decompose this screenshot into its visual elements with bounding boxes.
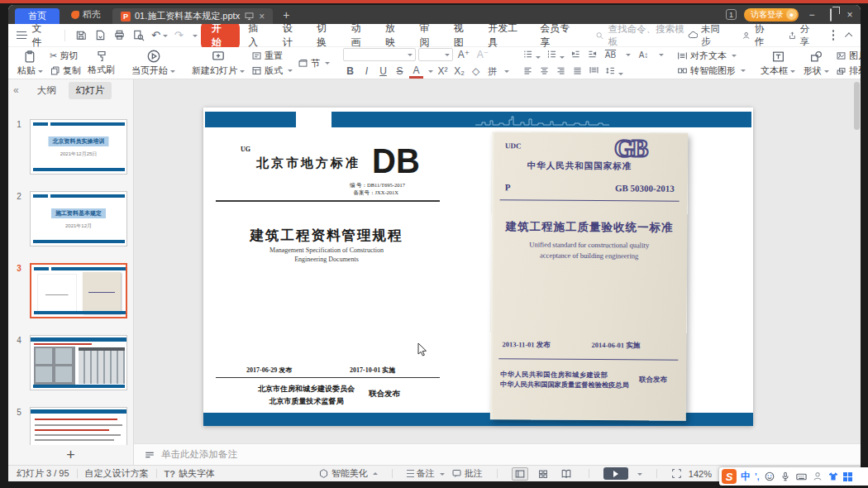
slide-thumbnail-2[interactable]: 施工资料基本规定 2021年12月	[30, 191, 127, 246]
align-center-button[interactable]	[539, 65, 550, 78]
cut-button[interactable]: ✂剪切	[50, 50, 81, 62]
bullet-list-button[interactable]	[522, 49, 541, 61]
slide-thumbnail-4[interactable]	[30, 335, 127, 390]
missing-font-button[interactable]: 缺失字体	[179, 467, 215, 480]
decrease-font-button[interactable]: A⁻	[475, 49, 491, 60]
ime-toolbox-icon[interactable]	[843, 472, 852, 481]
slide-thumbnail-3-selected[interactable]	[30, 263, 127, 318]
canvas-scrollbar[interactable]	[854, 82, 860, 438]
emoji-icon[interactable]	[764, 471, 775, 482]
undo-button[interactable]: ↶	[151, 29, 168, 41]
slide-thumbnail-1[interactable]: 北京资料员实操培训 2021年12月25日	[30, 119, 127, 175]
collab-button[interactable]: 协作	[742, 23, 770, 48]
tab-close-icon[interactable]: ×	[259, 11, 265, 22]
text-sort-button[interactable]: A↕	[637, 50, 651, 60]
align-left-button[interactable]	[522, 65, 533, 78]
arrange-button[interactable]: 排列	[836, 65, 861, 77]
share-button[interactable]: 分享	[787, 23, 815, 48]
slide-3[interactable]: UG 北京市地方标准 DB 编 号：DB11/T695-2017 备案号：JXX…	[203, 108, 753, 426]
font-color-button[interactable]: A	[409, 65, 423, 79]
zoom-fit-button[interactable]	[671, 468, 682, 479]
line-spacing-button[interactable]	[605, 65, 623, 78]
hamburger-icon[interactable]	[17, 31, 26, 39]
print-preview-button[interactable]	[132, 29, 145, 41]
redo-button[interactable]: ↷	[174, 29, 184, 41]
window-count-badge[interactable]: 1	[726, 9, 737, 20]
ime-punctuation-toggle[interactable]: ’,	[755, 472, 760, 481]
bold-button[interactable]: B	[343, 65, 357, 77]
add-slide-button[interactable]: +	[8, 445, 133, 465]
tab-home[interactable]: 首页	[15, 8, 60, 24]
superscript-button[interactable]: X²	[436, 65, 450, 77]
play-from-current-button[interactable]: 当页开始	[127, 47, 179, 79]
picture-button[interactable]: 图片	[836, 50, 861, 62]
align-right-button[interactable]	[556, 65, 566, 78]
align-text-button[interactable]: 对齐文本	[677, 50, 746, 62]
voice-input-icon[interactable]	[780, 471, 791, 482]
numbered-list-button[interactable]	[546, 49, 565, 61]
collapse-ribbon-icon[interactable]	[845, 32, 852, 40]
tab-slides[interactable]: 幻灯片	[69, 82, 112, 99]
virtual-keyboard-icon[interactable]	[795, 471, 808, 483]
export-pdf-button[interactable]	[94, 29, 107, 41]
tab-outline[interactable]: 大纲	[30, 82, 64, 99]
skin-shirt-icon[interactable]	[827, 471, 839, 482]
print-button[interactable]	[113, 29, 126, 41]
new-slide-button[interactable]: 新建幻灯片	[188, 47, 249, 79]
format-painter-button[interactable]: 格式刷	[83, 47, 119, 79]
slide-sorter-view-button[interactable]	[535, 467, 551, 481]
ime-language-toggle[interactable]: 中	[741, 470, 751, 484]
clear-format-button[interactable]: ◇	[469, 65, 483, 77]
increase-font-button[interactable]: A⁺	[455, 49, 472, 60]
tab-docer[interactable]: 稻壳	[60, 8, 112, 21]
layout-button[interactable]: 版式	[251, 65, 293, 77]
text-box-button[interactable]: 文本框	[756, 47, 799, 79]
underline-button[interactable]: U	[376, 65, 390, 77]
login-button[interactable]: 访客登录 ●	[744, 8, 799, 22]
sogou-logo-icon[interactable]: S	[722, 469, 737, 484]
quickbar-more-button[interactable]	[190, 33, 198, 38]
reset-button[interactable]: 重置	[251, 50, 293, 62]
command-search[interactable]: 查找命令、搜索模板	[595, 23, 684, 48]
comment-button[interactable]: 批注	[451, 467, 483, 480]
font-size-select[interactable]	[418, 48, 453, 61]
text-direction-button[interactable]: AB	[603, 50, 618, 60]
more-menu-icon[interactable]	[832, 34, 835, 36]
increase-indent-button[interactable]	[587, 49, 598, 61]
notes-bar[interactable]: 单击此处添加备注	[134, 443, 861, 465]
copy-button[interactable]: 复制	[50, 65, 81, 77]
db-standard-cover[interactable]: UG 北京市地方标准 DB 编 号：DB11/T695-2017 备案号：JXX…	[213, 131, 461, 417]
sync-status[interactable]: 未同步	[688, 23, 725, 48]
zoom-level[interactable]: 142%	[689, 469, 712, 479]
close-button[interactable]: ×	[844, 9, 856, 21]
shapes-button[interactable]: 形状	[799, 47, 833, 79]
ime-account-icon[interactable]	[812, 471, 823, 482]
beautify-button[interactable]: 智能美化	[318, 467, 378, 480]
play-options-icon[interactable]	[637, 473, 642, 478]
present-monitor-icon[interactable]	[244, 11, 255, 22]
minimize-button[interactable]: −	[806, 9, 818, 21]
paste-button[interactable]: 粘贴	[13, 47, 47, 79]
decrease-indent-button[interactable]	[570, 49, 581, 61]
phonetic-guide-button[interactable]: 拼	[485, 65, 499, 78]
gb-standard-cover[interactable]: UDC GB 中华人民共和国国家标准 P GB 50300-2013 建筑工程施…	[490, 132, 688, 421]
save-button[interactable]	[75, 29, 88, 41]
collapse-panel-icon[interactable]: «	[13, 84, 19, 96]
restore-button[interactable]	[825, 9, 837, 21]
strikethrough-button[interactable]: S	[393, 65, 407, 77]
font-name-select[interactable]	[343, 48, 416, 61]
italic-button[interactable]: I	[360, 65, 374, 77]
slide-canvas[interactable]: UG 北京市地方标准 DB 编 号：DB11/T695-2017 备案号：JXX…	[134, 79, 861, 443]
notes-toggle-button[interactable]: 备注	[407, 467, 445, 480]
normal-view-button[interactable]	[512, 467, 528, 481]
slideshow-play-button[interactable]	[603, 467, 628, 480]
slide-thumbnail-5[interactable]	[30, 407, 127, 445]
subscript-button[interactable]: X₂	[452, 65, 466, 77]
tab-document[interactable]: P 01.施工资料基本规定.pptx ×	[112, 8, 273, 24]
reading-view-button[interactable]	[558, 467, 575, 481]
to-smart-graphic-button[interactable]: 转智能图形	[677, 65, 746, 77]
scrollbar-thumb[interactable]	[854, 82, 860, 130]
justify-button[interactable]	[572, 65, 583, 78]
section-button[interactable]: 节	[298, 57, 330, 69]
design-scheme-button[interactable]: 自定义设计方案	[85, 467, 149, 480]
